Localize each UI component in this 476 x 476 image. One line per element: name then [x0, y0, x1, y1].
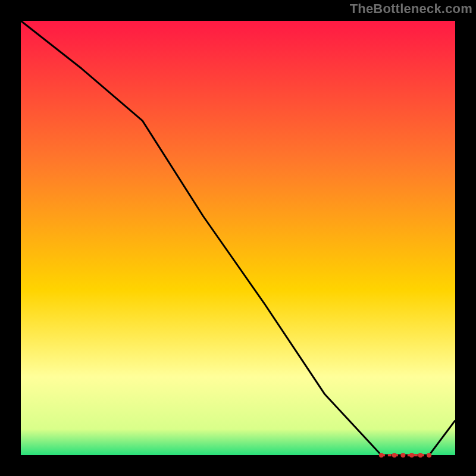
chart-frame: TheBottleneck.com	[0, 0, 476, 476]
plot-background	[21, 21, 455, 455]
bottleneck-chart	[0, 0, 476, 476]
